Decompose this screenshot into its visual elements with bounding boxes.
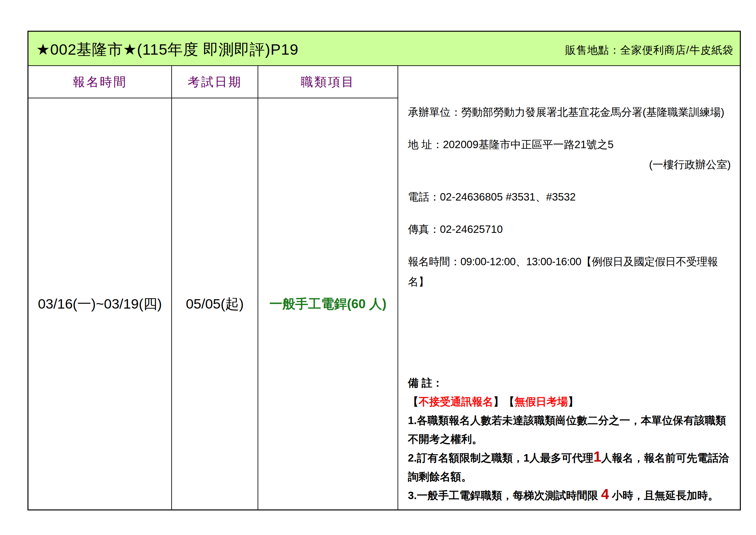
schedule-grid: 報名時間 考試日期 職類項目 03/16(一)~03/19(四) 05/05(起… [28, 66, 740, 509]
occupation-cell: 一般手工電銲(60 人) [258, 98, 398, 509]
remarks-heading: 備 註： [408, 374, 731, 392]
remark-note-1: 1.各職類報名人數若未達該職類崗位數二分之一，本單位保有該職類不開考之權利。 [408, 411, 731, 449]
bracket: 【 [504, 396, 515, 408]
fax-line: 傳真：02-24625710 [408, 219, 731, 239]
phone-line: 電話：02-24636805 #3531、#3532 [408, 187, 731, 207]
sale-location-label: 販售地點：全家便利商店/牛皮紙袋 [565, 42, 733, 58]
column-header-registration-time: 報名時間 [28, 66, 172, 98]
bracket: 【 [408, 396, 418, 408]
remarks-tags-line: 【不接受通訊報名】【無假日考場】 [408, 392, 731, 411]
contact-info: 承辦單位：勞動部勞動力發展署北基宜花金馬分署(基隆職業訓練場) 地 址：2020… [408, 102, 731, 292]
note3-text: 3.一般手工電銲職類，每梯次測試時間限 [408, 490, 601, 501]
note2-text: 2.訂有名額限制之職類，1人最多可代理 [408, 452, 593, 464]
note2-highlight-number: 1 [593, 449, 601, 465]
registration-period-cell: 03/16(一)~03/19(四) [28, 98, 172, 509]
bracket: 】 [568, 396, 579, 408]
address-line: 地 址：202009基隆市中正區平一路21號之5 (一樓行政辦公室) [408, 134, 731, 175]
note3-highlight-number: 4 [601, 486, 609, 502]
column-header-occupation: 職類項目 [258, 66, 398, 98]
no-holiday-venue-tag: 無假日考場 [515, 396, 568, 408]
remark-note-2: 2.訂有名額限制之職類，1人最多可代理1人報名，報名前可先電話洽詢剩餘名額。 [408, 449, 731, 486]
no-mail-registration-tag: 不接受通訊報名 [418, 396, 493, 408]
remarks-section: 備 註： 【不接受通訊報名】【無假日考場】 1.各職類報名人數若未達該職類崗位數… [408, 374, 731, 505]
registration-hours-line: 報名時間：09:00-12:00、13:00-16:00【例假日及國定假日不受理… [408, 252, 731, 292]
bracket: 】 [493, 396, 504, 408]
note3-text: 小時，且無延長加時。 [609, 490, 718, 501]
column-header-exam-date: 考試日期 [172, 66, 258, 98]
detail-cell: 承辦單位：勞動部勞動力發展署北基宜花金馬分署(基隆職業訓練場) 地 址：2020… [398, 66, 740, 509]
address-office-text: (一樓行政辦公室) [408, 155, 731, 175]
title-band: ★002基隆市★(115年度 即測即評)P19 販售地點：全家便利商店/牛皮紙袋 [28, 32, 740, 66]
exam-date-cell: 05/05(起) [172, 98, 258, 509]
page-title: ★002基隆市★(115年度 即測即評)P19 [36, 40, 299, 60]
remark-note-3: 3.一般手工電銲職類，每梯次測試時間限 4 小時，且無延長加時。 [408, 486, 731, 505]
exam-schedule-table: ★002基隆市★(115年度 即測即評)P19 販售地點：全家便利商店/牛皮紙袋… [27, 31, 741, 510]
address-text: 地 址：202009基隆市中正區平一路21號之5 [408, 138, 613, 151]
organizer-line: 承辦單位：勞動部勞動力發展署北基宜花金馬分署(基隆職業訓練場) [408, 102, 731, 122]
